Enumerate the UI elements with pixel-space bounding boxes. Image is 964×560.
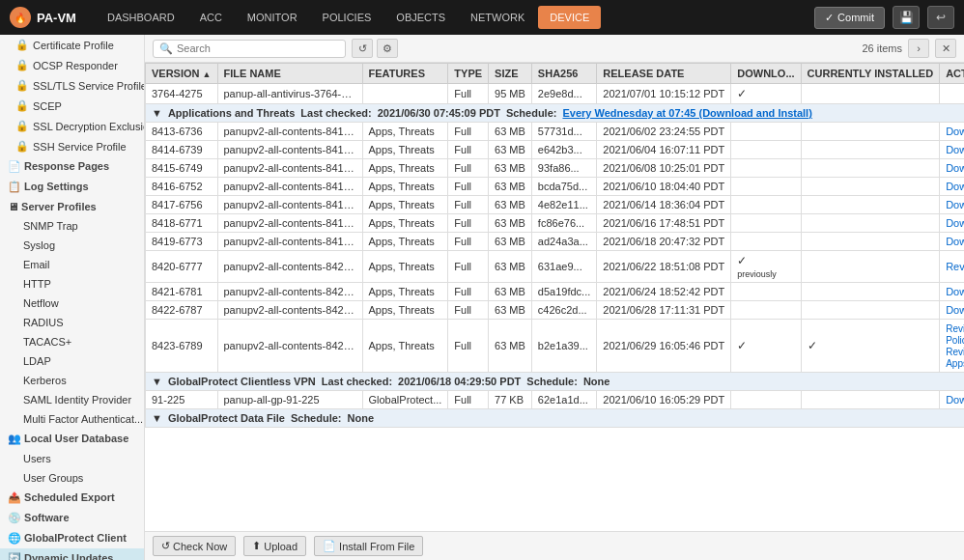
cell-action[interactable]: Download: [940, 196, 964, 214]
sidebar-item-ssh-profile[interactable]: 🔒 SSH Service Profile: [0, 136, 144, 156]
sidebar-item-http[interactable]: HTTP: [0, 274, 144, 294]
sidebar-item-users[interactable]: Users: [0, 449, 144, 468]
col-header-download[interactable]: DOWNLO...: [731, 64, 801, 84]
cell-filename: panupv2-all-contents-8414-6739: [217, 141, 362, 159]
sidebar-item-ssl-exclusion[interactable]: 🔒 SSL Decryption Exclusio...: [0, 116, 144, 136]
col-header-sha[interactable]: SHA256: [531, 64, 596, 84]
cell-action[interactable]: Download: [940, 141, 964, 159]
commit-label: Commit: [837, 12, 874, 23]
sidebar-label: SSL Decryption Exclusio...: [33, 121, 144, 132]
sidebar-item-radius[interactable]: RADIUS: [0, 313, 144, 332]
cell-size: 63 MB: [489, 301, 532, 320]
group-row-gp-clientless: ▼ GlobalProtect Clientless VPN Last chec…: [146, 373, 965, 391]
col-header-date[interactable]: RELEASE DATE: [597, 64, 731, 84]
nav-policies[interactable]: POLICIES: [311, 6, 383, 29]
cell-installed: [801, 196, 940, 214]
cell-installed: [801, 214, 940, 233]
col-header-action[interactable]: ACTION: [940, 64, 964, 84]
cell-action[interactable]: Download: [940, 178, 964, 196]
install-from-file-button[interactable]: 📄 Install From File: [314, 536, 423, 556]
col-header-version[interactable]: VERSION ▲: [146, 64, 218, 84]
sidebar-item-netflow[interactable]: Netflow: [0, 294, 144, 313]
cell-version: 8413-6736: [146, 123, 218, 141]
next-button[interactable]: ›: [908, 39, 929, 58]
sidebar-item-local-user-db[interactable]: 👥 Local User Database: [0, 429, 144, 449]
col-header-type[interactable]: TYPE: [448, 64, 489, 84]
cell-downloaded: ✓: [731, 84, 801, 104]
revert-icon-btn[interactable]: ↩: [927, 6, 954, 29]
schedule-link[interactable]: Every Wednesday at 07:45 (Download and I…: [562, 107, 811, 119]
sidebar-item-dynamic-updates[interactable]: 🔄 Dynamic Updates: [0, 548, 144, 560]
upload-button[interactable]: ⬆ Upload: [243, 536, 306, 556]
nav-acc[interactable]: ACC: [188, 6, 234, 29]
sidebar-item-globalprotect-client[interactable]: 🌐 GlobalProtect Client: [0, 528, 144, 548]
sidebar-item-ocsp[interactable]: 🔒 OCSP Responder: [0, 55, 144, 75]
save-icon-btn[interactable]: 💾: [893, 6, 920, 29]
cell-action[interactable]: Download: [940, 391, 964, 409]
commit-icon: ✓: [825, 12, 834, 24]
close-button[interactable]: ✕: [935, 39, 956, 58]
cell-action[interactable]: Review PoliciesReview Apps: [940, 320, 964, 373]
last-checked-value: 2021/06/18 04:29:50 PDT: [398, 376, 521, 387]
cell-installed: [801, 233, 940, 251]
cell-filename: panupv2-all-contents-8416-6752: [217, 178, 362, 196]
nav-objects[interactable]: OBJECTS: [384, 6, 457, 29]
sidebar-item-ldap[interactable]: LDAP: [0, 351, 144, 371]
cell-version: 91-225: [146, 391, 218, 409]
sidebar-item-ssl-tls[interactable]: 🔒 SSL/TLS Service Profile: [0, 75, 144, 96]
check-now-button[interactable]: ↺ Check Now: [153, 536, 236, 556]
sidebar-item-server-profiles[interactable]: 🖥 Server Profiles: [0, 197, 144, 216]
col-header-size[interactable]: SIZE: [489, 64, 532, 84]
sidebar-item-scep[interactable]: 🔒 SCEP: [0, 96, 144, 116]
search-box[interactable]: 🔍: [153, 40, 346, 58]
sidebar-item-software[interactable]: 💿 Software: [0, 508, 144, 528]
cell-action[interactable]: Download: [940, 159, 964, 178]
sidebar-item-user-groups[interactable]: User Groups: [0, 468, 144, 488]
nav-monitor[interactable]: MONITOR: [236, 6, 309, 29]
nav-network[interactable]: NETWORK: [459, 6, 536, 29]
search-icon: 🔍: [159, 42, 173, 55]
content-area: 🔍 ↺ ⚙ 26 items › ✕ VERSION ▲ FILE NAME F…: [145, 35, 964, 560]
cell-action[interactable]: Download: [940, 214, 964, 233]
settings-button[interactable]: ⚙: [377, 39, 398, 58]
sidebar-item-saml[interactable]: SAML Identity Provider: [0, 390, 144, 409]
sidebar-item-email[interactable]: Email: [0, 255, 144, 274]
cell-action[interactable]: Download: [940, 123, 964, 141]
cell-size: 63 MB: [489, 320, 532, 373]
sidebar-item-kerberos[interactable]: Kerberos: [0, 371, 144, 390]
cell-action[interactable]: Download: [940, 233, 964, 251]
review-apps-link[interactable]: Review Apps: [946, 347, 964, 369]
sidebar-item-log-settings[interactable]: 📋 Log Settings: [0, 177, 144, 197]
refresh-button[interactable]: ↺: [352, 39, 373, 58]
cell-date: 2021/06/10 16:05:29 PDT: [597, 391, 731, 409]
sidebar-item-snmp[interactable]: SNMP Trap: [0, 216, 144, 236]
cell-action[interactable]: Download: [940, 301, 964, 320]
sidebar-item-response-pages[interactable]: 📄 Response Pages: [0, 156, 144, 177]
cell-sha: b2e1a39...: [531, 320, 596, 373]
sidebar-item-mfa[interactable]: Multi Factor Authenticat...: [0, 409, 144, 429]
collapse-icon[interactable]: ▼: [152, 107, 162, 119]
table-header-row: VERSION ▲ FILE NAME FEATURES TYPE SIZE S…: [146, 64, 965, 84]
table-row: 8416-6752 panupv2-all-contents-8416-6752…: [146, 178, 965, 196]
cell-date: 2021/06/08 10:25:01 PDT: [597, 159, 731, 178]
collapse-icon[interactable]: ▼: [152, 412, 162, 424]
sidebar-item-tacacs[interactable]: TACACS+: [0, 332, 144, 351]
col-header-installed[interactable]: CURRENTLY INSTALLED: [801, 64, 940, 84]
cell-action[interactable]: Revert: [940, 251, 964, 283]
collapse-icon[interactable]: ▼: [152, 376, 162, 387]
review-policies-link[interactable]: Review Policies: [946, 323, 964, 346]
sidebar-item-scheduled-export[interactable]: 📤 Scheduled Export: [0, 488, 144, 508]
check-now-icon: ↺: [161, 540, 170, 552]
nav-device[interactable]: DEVICE: [538, 6, 601, 29]
table-row: 91-225 panup-all-gp-91-225 GlobalProtect…: [146, 391, 965, 409]
nav-dashboard[interactable]: DASHBOARD: [96, 6, 186, 29]
cell-type: Full: [448, 283, 489, 301]
col-header-filename[interactable]: FILE NAME: [217, 64, 362, 84]
sidebar-item-certificate-profile[interactable]: 🔒 Certificate Profile: [0, 35, 144, 55]
commit-button[interactable]: ✓ Commit: [814, 7, 885, 29]
cell-action[interactable]: Download: [940, 283, 964, 301]
sidebar-item-syslog[interactable]: Syslog: [0, 236, 144, 255]
col-header-features[interactable]: FEATURES: [362, 64, 448, 84]
search-input[interactable]: [177, 42, 339, 54]
nav-items: DASHBOARD ACC MONITOR POLICIES OBJECTS N…: [96, 6, 814, 29]
